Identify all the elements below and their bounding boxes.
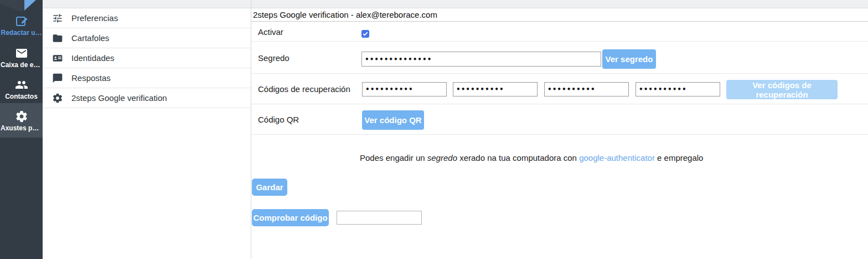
- sidebar-item-compose[interactable]: Redactar u…: [0, 14, 43, 37]
- tune-icon: [52, 13, 63, 24]
- page-title: 2steps Google verification - alex@terebo…: [251, 8, 868, 22]
- menu-item-cartafoles[interactable]: Cartafoles: [43, 28, 251, 48]
- chat-icon: [52, 73, 63, 84]
- sidebar-item-contacts[interactable]: Contactos: [0, 78, 43, 100]
- menu-item-identidades[interactable]: Identidades: [43, 48, 251, 68]
- contacts-icon: [15, 78, 28, 92]
- settings-gear-icon: [15, 110, 28, 123]
- sidebar-item-label: Caixa de en…: [0, 61, 43, 69]
- ver-codigos-button[interactable]: Ver códigos de recuperación: [726, 80, 838, 99]
- menu-item-label: Cartafoles: [71, 33, 109, 43]
- menu-item-label: Identidades: [71, 53, 115, 63]
- sidebar-item-label: Redactar u…: [0, 29, 43, 37]
- main-header-strip: [251, 0, 868, 8]
- recovery-code-input-2[interactable]: [453, 82, 538, 97]
- gear-icon: [52, 93, 63, 104]
- app-sidebar: Redactar u… Caixa de en… Contactos Axust…: [0, 0, 43, 259]
- codigos-label: Códigos de recuperación: [258, 84, 350, 94]
- recovery-code-input-1[interactable]: [362, 82, 447, 97]
- qr-label: Código QR: [258, 115, 299, 124]
- check-icon: [363, 31, 368, 37]
- inbox-icon: [15, 47, 28, 60]
- gardar-button[interactable]: Gardar: [252, 179, 287, 196]
- comprobar-codigo-button[interactable]: Comprobar código: [252, 209, 329, 226]
- app-logo: [0, 0, 43, 12]
- ver-segredo-button[interactable]: Ver segredo: [602, 49, 656, 69]
- sidebar-item-label: Axustes per…: [0, 124, 43, 132]
- menu-header-strip: [43, 0, 251, 8]
- help-text-part: xerado na tua computadora con: [457, 153, 579, 162]
- menu-item-label: 2steps Google verification: [71, 93, 167, 103]
- settings-menu: Preferencias Cartafoles Identidades Resp…: [43, 0, 251, 259]
- folder-icon: [52, 33, 63, 44]
- sidebar-item-label: Contactos: [0, 93, 43, 100]
- row-segredo: Segredo Ver segredo: [251, 42, 868, 74]
- menu-item-respostas[interactable]: Respostas: [43, 68, 251, 88]
- menu-item-2steps-verification[interactable]: 2steps Google verification: [43, 88, 251, 108]
- row-activar: Activar: [251, 22, 868, 42]
- row-codigo-qr: Código QR Ver código QR: [251, 104, 868, 135]
- help-text-part: Podes engadir un: [360, 153, 427, 162]
- logo-envelope-shape: [0, 0, 26, 12]
- main-content: 2steps Google verification - alex@terebo…: [251, 0, 868, 259]
- activar-checkbox[interactable]: [361, 30, 369, 38]
- row-codigos-recuperacion: Códigos de recuperación Ver códigos de r…: [251, 74, 868, 104]
- idcard-icon: [52, 53, 63, 64]
- google-authenticator-link[interactable]: google-authenticator: [579, 153, 655, 162]
- activar-label: Activar: [258, 27, 283, 36]
- ver-codigo-qr-button[interactable]: Ver código QR: [362, 110, 424, 130]
- segredo-label: Segredo: [258, 53, 290, 62]
- sidebar-item-settings[interactable]: Axustes per…: [0, 103, 43, 138]
- help-text-italic: segredo: [427, 153, 457, 162]
- comprobar-codigo-input[interactable]: [337, 211, 422, 225]
- compose-icon: [15, 14, 28, 28]
- recovery-code-input-4[interactable]: [636, 82, 720, 97]
- menu-item-label: Preferencias: [71, 13, 118, 23]
- help-text: Podes engadir un segredo xerado na tua c…: [251, 135, 868, 177]
- sidebar-item-inbox[interactable]: Caixa de en…: [0, 47, 43, 69]
- recovery-code-input-3[interactable]: [544, 82, 629, 97]
- logo-blue-triangle: [24, 0, 36, 11]
- menu-item-preferencias[interactable]: Preferencias: [43, 8, 251, 28]
- segredo-input[interactable]: [361, 52, 601, 67]
- menu-item-label: Respostas: [71, 73, 111, 83]
- help-text-part: e empregalo: [655, 153, 704, 162]
